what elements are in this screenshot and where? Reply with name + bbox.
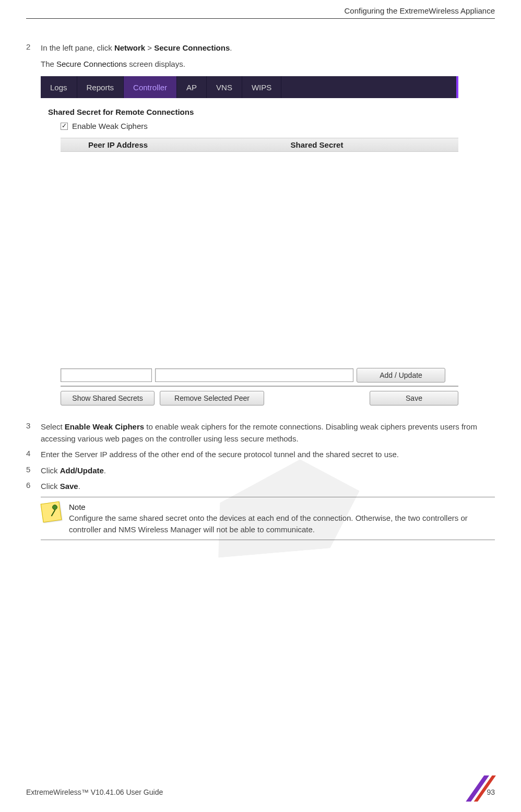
step-5: 5 Click Add/Update. xyxy=(26,465,495,477)
table-header: Peer IP Address Shared Secret xyxy=(61,138,458,152)
tab-wips[interactable]: WIPS xyxy=(242,76,281,98)
panel-title: Shared Secret for Remote Connections xyxy=(48,108,458,116)
step-number: 6 xyxy=(26,481,41,493)
page-header: Configuring the ExtremeWireless Applianc… xyxy=(26,0,495,19)
add-update-button[interactable]: Add / Update xyxy=(357,368,445,383)
page-content: 2 In the left pane, click Network > Secu… xyxy=(26,19,495,540)
table-body-empty xyxy=(61,152,458,361)
step-3: 3 Select Enable Weak Ciphers to enable w… xyxy=(26,421,495,445)
footer-left: ExtremeWireless™ V10.41.06 User Guide xyxy=(26,788,163,796)
header-title: Configuring the ExtremeWireless Applianc… xyxy=(345,6,495,15)
enable-weak-ciphers-checkbox[interactable] xyxy=(61,123,68,130)
step-number: 5 xyxy=(26,465,41,477)
note-box: Note Configure the same shared secret on… xyxy=(41,497,495,540)
button-row: Show Shared Secrets Remove Selected Peer… xyxy=(61,387,458,405)
peer-ip-input[interactable] xyxy=(61,368,152,382)
shared-secret-panel: Shared Secret for Remote Connections Ena… xyxy=(41,98,458,405)
tab-ap[interactable]: AP xyxy=(177,76,207,98)
tab-logs[interactable]: Logs xyxy=(41,76,77,98)
remove-selected-peer-button[interactable]: Remove Selected Peer xyxy=(160,391,264,405)
shared-secret-input[interactable] xyxy=(155,368,353,382)
note-body: Note Configure the same shared secret on… xyxy=(69,501,495,535)
note-text: Configure the same shared secret onto th… xyxy=(69,514,468,534)
step-text: Click Save. xyxy=(41,481,495,493)
top-tabs: Logs Reports Controller AP VNS WIPS xyxy=(41,76,458,98)
step-number: 4 xyxy=(26,449,41,461)
page-footer: ExtremeWireless™ V10.41.06 User Guide 93 xyxy=(26,788,495,796)
note-title: Note xyxy=(69,503,86,511)
tab-controller[interactable]: Controller xyxy=(124,76,177,98)
step-2-subtext: The Secure Connections screen displays. xyxy=(41,58,495,70)
col-shared-secret: Shared Secret xyxy=(175,138,458,151)
step-text: Select Enable Weak Ciphers to enable wea… xyxy=(41,421,495,445)
footer-accent xyxy=(458,775,500,802)
step-number: 3 xyxy=(26,421,41,445)
enable-weak-ciphers-row: Enable Weak Ciphers xyxy=(61,122,458,130)
input-row: Add / Update xyxy=(61,365,458,387)
step-text: Click Add/Update. xyxy=(41,465,495,477)
step-6: 6 Click Save. xyxy=(26,481,495,493)
enable-weak-ciphers-label: Enable Weak Ciphers xyxy=(72,122,148,130)
step-text: In the left pane, click Network > Secure… xyxy=(41,42,495,54)
step-4: 4 Enter the Server IP address of the oth… xyxy=(26,449,495,461)
note-icon xyxy=(41,501,63,523)
step-text: Enter the Server IP address of the other… xyxy=(41,449,495,461)
step-2: 2 In the left pane, click Network > Secu… xyxy=(26,42,495,54)
bottom-controls: Add / Update Show Shared Secrets Remove … xyxy=(61,365,458,405)
save-button[interactable]: Save xyxy=(370,391,458,405)
step-number: 2 xyxy=(26,42,41,54)
show-shared-secrets-button[interactable]: Show Shared Secrets xyxy=(61,391,155,405)
tab-reports[interactable]: Reports xyxy=(77,76,124,98)
secure-connections-screenshot: Logs Reports Controller AP VNS WIPS Shar… xyxy=(41,76,458,405)
col-peer-ip: Peer IP Address xyxy=(61,138,175,151)
tab-vns[interactable]: VNS xyxy=(207,76,242,98)
